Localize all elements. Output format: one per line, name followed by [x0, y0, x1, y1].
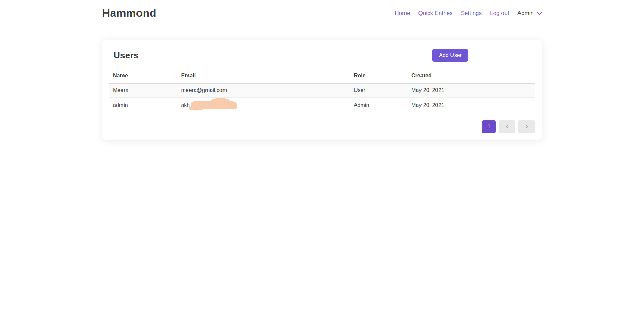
table-row: admin akh Admin May 20, 2021 — [109, 98, 535, 113]
app-header: Hammond Home Quick Entries Settings Log … — [0, 0, 644, 23]
next-page-button[interactable] — [518, 120, 535, 133]
brand-logo[interactable]: Hammond — [102, 7, 156, 19]
column-header-role: Role — [350, 69, 407, 84]
page-title: Users — [114, 50, 139, 61]
prev-page-button[interactable] — [499, 120, 515, 133]
cell-role: User — [350, 84, 407, 98]
column-header-email: Email — [177, 69, 349, 84]
user-menu-dropdown[interactable]: Admin — [517, 10, 542, 17]
main-nav: Home Quick Entries Settings Log out Admi… — [395, 10, 542, 17]
main-content: Users Add User Name Email Role Created M… — [0, 40, 644, 140]
users-table: Name Email Role Created Meera meera@gmai… — [109, 69, 535, 113]
redaction-scribble — [191, 101, 237, 109]
page-1-button[interactable]: 1 — [482, 120, 496, 133]
pagination: 1 — [109, 120, 535, 133]
nav-item-settings[interactable]: Settings — [461, 10, 482, 17]
cell-name: admin — [109, 98, 177, 113]
table-header-row: Name Email Role Created — [109, 69, 535, 84]
chevron-down-icon — [536, 11, 542, 16]
cell-created: May 20, 2021 — [407, 84, 535, 98]
nav-item-logout[interactable]: Log out — [490, 10, 509, 17]
chevron-right-icon — [525, 124, 529, 129]
cell-role: Admin — [350, 98, 407, 113]
nav-item-home[interactable]: Home — [395, 10, 410, 17]
cell-name: Meera — [109, 84, 177, 98]
column-header-name: Name — [109, 69, 177, 84]
column-header-created: Created — [407, 69, 535, 84]
cell-email: akh — [177, 98, 349, 113]
add-user-button[interactable]: Add User — [432, 49, 468, 62]
nav-item-quick-entries[interactable]: Quick Entries — [418, 10, 453, 17]
chevron-left-icon — [505, 124, 509, 129]
cell-created: May 20, 2021 — [407, 98, 535, 113]
users-card: Users Add User Name Email Role Created M… — [102, 40, 542, 140]
cell-email: meera@gmail.com — [177, 84, 349, 98]
table-row: Meera meera@gmail.com User May 20, 2021 — [109, 84, 535, 98]
user-menu-label: Admin — [517, 10, 534, 17]
cell-email-visible-text: akh — [181, 102, 190, 108]
